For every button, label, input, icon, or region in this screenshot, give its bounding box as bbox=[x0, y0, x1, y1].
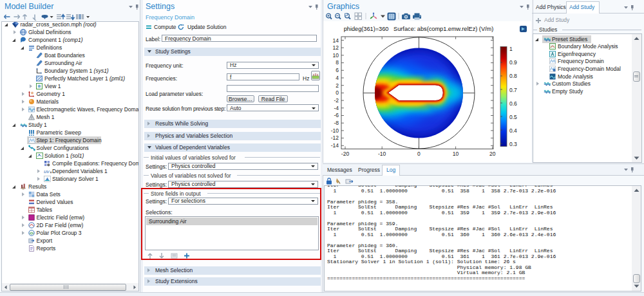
svg-text:uv: uv bbox=[44, 169, 50, 174]
